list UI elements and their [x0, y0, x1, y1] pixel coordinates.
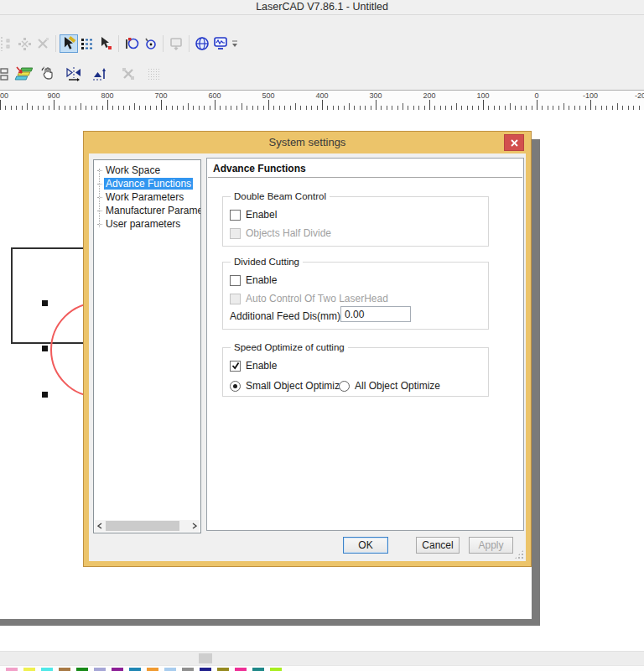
- tree-dash: [97, 197, 102, 198]
- clipped-align-icon[interactable]: [0, 65, 11, 83]
- ruler-label: 300: [369, 91, 382, 100]
- node-edit-icon[interactable]: [78, 34, 96, 53]
- speed-optimize-enable-label: Enable: [246, 360, 277, 372]
- delete-node-icon[interactable]: [34, 34, 52, 53]
- preview-monitor-icon[interactable]: [211, 34, 230, 53]
- selection-handle[interactable]: [42, 300, 48, 306]
- palette-color[interactable]: [270, 668, 282, 671]
- tree-item-user-parameters[interactable]: User parameters: [94, 217, 200, 231]
- objects-half-divide-checkbox: [230, 228, 241, 239]
- mirror-vertical-icon[interactable]: [91, 65, 109, 83]
- enabel-checkbox[interactable]: [230, 210, 241, 221]
- palette-color[interactable]: [94, 668, 106, 671]
- advance-functions-panel: Advance Functions Double Beam Control En…: [206, 158, 524, 531]
- app-window: LaserCAD V7.86.1 - Untitled: [0, 0, 644, 671]
- cancel-button[interactable]: Cancel: [416, 537, 460, 554]
- toolbar-separator: [118, 35, 119, 52]
- tree-dash: [97, 211, 102, 211]
- toolbar-row-2: [0, 63, 163, 85]
- small-object-optimize-radio[interactable]: [230, 381, 241, 392]
- toolbar-separator: [163, 35, 164, 52]
- palette-color[interactable]: [147, 668, 158, 671]
- ruler-major-ticks: [0, 100, 644, 110]
- dialog-titlebar[interactable]: System settings: [84, 132, 531, 153]
- output-device-icon[interactable]: [167, 34, 185, 53]
- dialog-title: System settings: [84, 132, 531, 153]
- palette-color[interactable]: [23, 668, 35, 671]
- tree-item-advance-functions[interactable]: Advance Functions: [94, 177, 200, 190]
- group-title: Double Beam Control: [231, 190, 330, 202]
- palette-color[interactable]: [182, 668, 194, 671]
- palette-color[interactable]: [235, 668, 247, 671]
- node-partial-icon[interactable]: [0, 34, 15, 53]
- canvas-horizontal-scrollbar[interactable]: [0, 651, 644, 665]
- palette-color[interactable]: [252, 668, 264, 671]
- halftone-icon[interactable]: [144, 65, 163, 83]
- ruler-label: -200: [635, 91, 644, 100]
- window-title: LaserCAD V7.86.1 - Untitled: [256, 1, 388, 13]
- divided-cutting-group: Divided Cutting Enable Auto Control Of T…: [222, 262, 489, 330]
- settings-tree: Work Space Advance Functions Work Parame…: [93, 159, 201, 533]
- speed-optimize-enable-checkbox[interactable]: [230, 361, 241, 372]
- pan-hand-icon[interactable]: [39, 65, 57, 83]
- additional-feed-input[interactable]: [340, 306, 411, 322]
- selection-handle[interactable]: [42, 346, 48, 351]
- palette-color[interactable]: [217, 668, 229, 671]
- apply-button[interactable]: Apply: [469, 537, 513, 554]
- node-star-icon[interactable]: [15, 34, 34, 53]
- tree-item-manufacturer-parameters[interactable]: Manufacturer Paramet: [94, 204, 200, 217]
- toolbar-row-1: [0, 33, 240, 55]
- select-node-icon[interactable]: [96, 34, 115, 53]
- tree-item-label-selected: Advance Functions: [104, 178, 193, 190]
- globe-icon[interactable]: [193, 34, 211, 53]
- palette-color[interactable]: [41, 668, 53, 671]
- color-palette: [0, 665, 644, 671]
- tree-item-work-parameters[interactable]: Work Parameters: [94, 190, 200, 204]
- palette-color[interactable]: [6, 668, 18, 671]
- canvas-scrollbar-thumb[interactable]: [199, 653, 212, 663]
- circle-start-point-icon[interactable]: [122, 34, 141, 53]
- divided-cutting-enable-checkbox[interactable]: [230, 275, 241, 286]
- speed-optimize-group: Speed Optimize of cutting Enable Small O…: [222, 347, 489, 397]
- palette-color[interactable]: [164, 668, 176, 671]
- tree-dash: [97, 170, 102, 171]
- overflow-arrow-icon[interactable]: [230, 34, 240, 53]
- ruler-label: 0: [534, 91, 538, 100]
- tree-dash: [97, 224, 102, 225]
- scale-transform-icon[interactable]: [119, 65, 138, 83]
- ruler-label: 500: [262, 91, 274, 100]
- close-button[interactable]: [504, 134, 524, 151]
- halftone-pattern: [148, 68, 160, 81]
- selection-handle[interactable]: [42, 392, 48, 398]
- tree-item-label: Manufacturer Paramet: [104, 205, 200, 216]
- tree-horizontal-scrollbar[interactable]: [95, 520, 200, 532]
- pick-tool-icon[interactable]: [60, 34, 78, 53]
- all-object-optimize-radio[interactable]: [339, 381, 350, 392]
- ruler-label: 900: [47, 91, 60, 100]
- palette-color[interactable]: [59, 668, 70, 671]
- scroll-right-icon[interactable]: [190, 520, 200, 532]
- scroll-left-icon[interactable]: [95, 520, 105, 532]
- mirror-horizontal-icon[interactable]: [65, 65, 83, 83]
- ruler-label: 200: [423, 91, 435, 100]
- all-object-optimize-label: All Object Optimize: [355, 380, 440, 392]
- toolbar-separator: [55, 35, 56, 52]
- objects-half-divide-label: Objects Half Divide: [246, 227, 331, 239]
- horizontal-ruler: 1000 900 800 700 600 500 400 300 200 100…: [0, 90, 644, 111]
- group-title: Speed Optimize of cutting: [231, 341, 348, 353]
- palette-color[interactable]: [129, 668, 141, 671]
- enabel-label: Enabel: [246, 209, 277, 221]
- additional-feed-label: Additional Feed Dis(mm):: [230, 310, 343, 322]
- resize-grip[interactable]: [514, 549, 524, 559]
- tree-item-work-space[interactable]: Work Space: [94, 164, 200, 177]
- panel-header: Advance Functions: [213, 163, 306, 174]
- palette-color[interactable]: [200, 668, 211, 671]
- small-object-optimize-label: Small Object Optimize: [246, 380, 345, 392]
- layers-icon[interactable]: [14, 65, 33, 83]
- tree-scrollbar-thumb[interactable]: [106, 521, 179, 531]
- palette-color[interactable]: [76, 668, 88, 671]
- ok-button[interactable]: OK: [343, 537, 388, 554]
- circle-origin-icon[interactable]: [141, 34, 159, 53]
- ruler-label: 600: [208, 91, 221, 100]
- palette-color[interactable]: [112, 668, 123, 671]
